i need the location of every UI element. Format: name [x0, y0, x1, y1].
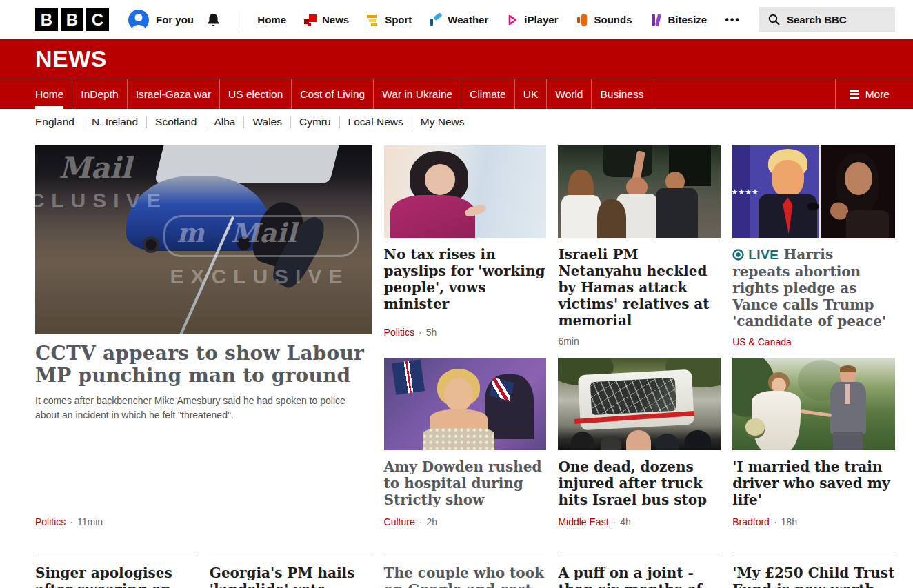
for-you-label: For you	[156, 14, 194, 26]
bbc-logo-letter: C	[86, 8, 109, 31]
story-headline[interactable]: Israeli PM Netanyahu heckled by Hamas at…	[558, 246, 721, 329]
timestamp: 11min	[77, 516, 103, 527]
topnav-weather[interactable]: Weather	[430, 14, 488, 26]
subnav-wales[interactable]: Wales	[244, 116, 291, 128]
topnav-weather-label: Weather	[448, 14, 488, 26]
story-headline-live[interactable]: LIVE Harris repeats abortion rights pled…	[732, 246, 895, 330]
news-logo-icon	[304, 14, 317, 26]
story-image[interactable]	[384, 145, 547, 238]
top-bar: B B C For you Home News Sport Weather	[0, 0, 913, 39]
nav-more-button[interactable]: More	[835, 79, 913, 109]
bouquet-shape	[745, 418, 765, 435]
shirt-shape	[561, 195, 601, 238]
primary-nav: Home InDepth Israel-Gaza war US election…	[0, 79, 913, 109]
rig-shape	[603, 145, 652, 177]
story-image[interactable]: ★★★★★	[732, 145, 895, 238]
story-headline[interactable]: Amy Dowden rushed to hospital during Str…	[384, 458, 547, 508]
groom-hair-shape	[840, 365, 856, 373]
topnav-home-label: Home	[257, 14, 286, 26]
nav-indepth[interactable]: InDepth	[72, 79, 127, 109]
bbc-logo[interactable]: B B C	[35, 8, 109, 31]
secondary-nav: England N. Ireland Scotland Alba Wales C…	[0, 109, 913, 135]
nav-world[interactable]: World	[547, 79, 592, 109]
category-link[interactable]: Politics	[35, 516, 66, 527]
category-link[interactable]: Middle East	[558, 516, 608, 527]
nav-war-in-ukraine[interactable]: War in Ukraine	[374, 79, 461, 109]
subnav-cymru[interactable]: Cymru	[291, 116, 340, 128]
story-headline[interactable]: Georgia's PM hails 'landslide' vote	[210, 565, 372, 588]
timestamp: 2h	[426, 516, 437, 527]
watermark-mail: Mail	[230, 217, 297, 248]
lead-story-image[interactable]: Mail EXCLUSIVE m Mail EXCLUSIVE	[35, 145, 372, 334]
sport-logo-icon	[367, 14, 379, 26]
body-shape	[390, 195, 475, 238]
topnav-home[interactable]: Home	[257, 14, 286, 26]
story-image[interactable]	[732, 358, 895, 450]
topnav-sounds-label: Sounds	[594, 14, 632, 26]
topnav-sport-label: Sport	[385, 14, 412, 26]
nav-home[interactable]: Home	[27, 79, 72, 109]
story-image[interactable]	[558, 145, 721, 238]
story-image[interactable]	[558, 358, 721, 450]
crowd-head	[626, 430, 650, 450]
search-placeholder: Search BBC	[787, 14, 847, 26]
story-headline[interactable]: One dead, dozens injured after truck hit…	[558, 458, 721, 508]
story-card: The couple who took on Google and cost t…	[384, 556, 547, 588]
story-headline[interactable]: No tax rises in payslips for 'working pe…	[384, 246, 547, 312]
category-link[interactable]: Politics	[384, 327, 414, 338]
section-title[interactable]: NEWS	[35, 45, 107, 72]
story-headline[interactable]: 'I married the train driver who saved my…	[732, 458, 895, 508]
category-link[interactable]: Culture	[384, 516, 415, 527]
nav-business[interactable]: Business	[592, 79, 652, 109]
story-card: Georgia's PM hails 'landslide' vote	[210, 556, 372, 588]
subnav-n-ireland[interactable]: N. Ireland	[83, 116, 147, 128]
account-icon-body	[132, 25, 146, 30]
meta-separator	[70, 516, 73, 527]
watermark-mail: Mail	[59, 151, 132, 185]
category-link[interactable]: Bradford	[732, 516, 770, 527]
nav-us-election[interactable]: US election	[220, 79, 292, 109]
story-headline[interactable]: Singer apologises after swearing on live…	[35, 565, 198, 588]
top-bar-right: Home News Sport Weather iPlayer Sounds B…	[206, 7, 895, 32]
timestamp: 18h	[781, 516, 797, 527]
more-options-dots[interactable]: •••	[725, 14, 741, 26]
notifications-bell-icon[interactable]	[206, 12, 221, 28]
topnav-sounds[interactable]: Sounds	[576, 14, 632, 26]
search-input[interactable]: Search BBC	[759, 7, 895, 32]
story-card: A puff on a joint - then six months of f…	[558, 556, 721, 588]
account-icon-head	[135, 14, 143, 21]
story-card: Israeli PM Netanyahu heckled by Hamas at…	[558, 145, 721, 338]
meta-separator	[613, 516, 616, 527]
bbc-logo-letter: B	[61, 8, 83, 31]
story-card: Singer apologises after swearing on live…	[35, 556, 198, 588]
topnav-news[interactable]: News	[304, 14, 349, 26]
subnav-england[interactable]: England	[35, 116, 83, 128]
nav-climate[interactable]: Climate	[461, 79, 515, 109]
story-image[interactable]	[384, 358, 547, 450]
topnav-iplayer-label: iPlayer	[524, 14, 558, 26]
story-headline[interactable]: The couple who took on Google and cost t…	[384, 565, 547, 588]
topnav-bitesize[interactable]: Bitesize	[650, 14, 707, 26]
subnav-local-news[interactable]: Local News	[340, 116, 412, 128]
weather-logo-icon	[430, 14, 442, 26]
story-headline[interactable]: 'My £250 Child Trust Fund is now worth o…	[732, 565, 895, 588]
topnav-sport[interactable]: Sport	[367, 14, 412, 26]
nav-uk[interactable]: UK	[515, 79, 548, 109]
subnav-my-news[interactable]: My News	[412, 116, 473, 128]
dress-shape	[423, 428, 494, 450]
category-link[interactable]: US & Canada	[732, 336, 792, 347]
topnav-iplayer[interactable]: iPlayer	[506, 14, 558, 26]
nav-israel-gaza-war[interactable]: Israel-Gaza war	[128, 79, 220, 109]
for-you-button[interactable]: For you	[128, 10, 194, 30]
subnav-scotland[interactable]: Scotland	[147, 116, 205, 128]
lead-story: Mail EXCLUSIVE m Mail EXCLUSIVE CCTV app…	[35, 145, 372, 527]
hair-shape	[597, 199, 626, 238]
story-headline[interactable]: A puff on a joint - then six months of f…	[558, 565, 721, 588]
lead-headline[interactable]: CCTV appears to show Labour MP punching …	[35, 343, 372, 387]
subnav-alba[interactable]: Alba	[205, 116, 244, 128]
lead-summary: It comes after backbencher Mike Amesbury…	[35, 394, 372, 422]
account-icon	[128, 10, 149, 30]
crack-lines	[590, 378, 676, 416]
harris-suit-shape	[846, 210, 888, 238]
nav-cost-of-living[interactable]: Cost of Living	[292, 79, 374, 109]
